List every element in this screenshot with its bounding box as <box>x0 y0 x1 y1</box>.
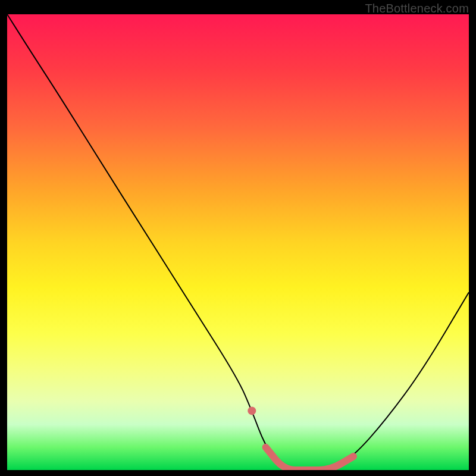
highlight-dot <box>248 406 256 415</box>
main-curve <box>7 14 469 470</box>
chart-plot-area <box>7 14 469 470</box>
chart-svg <box>7 14 469 470</box>
highlight-segment <box>266 447 353 470</box>
watermark-text: TheBottleneck.com <box>365 2 469 15</box>
